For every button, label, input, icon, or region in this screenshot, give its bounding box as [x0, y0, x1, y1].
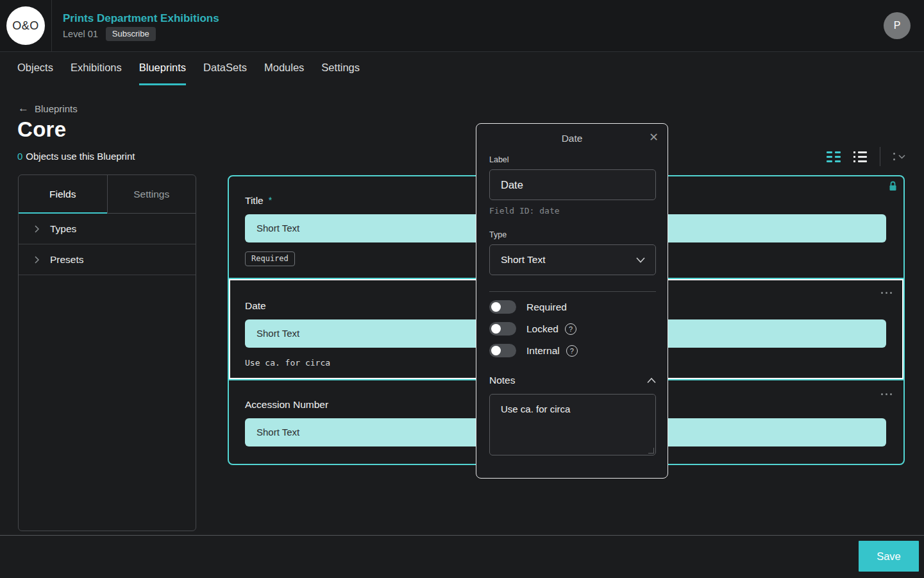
close-icon[interactable]: ✕	[649, 130, 659, 144]
subscribe-button[interactable]: Subscribe	[106, 27, 156, 41]
toggle-label: Required	[526, 302, 567, 313]
modal-divider	[489, 291, 656, 292]
nav-item-objects[interactable]: Objects	[17, 52, 53, 85]
sidebar-item-label: Types	[50, 223, 76, 235]
header-divider	[51, 0, 52, 51]
modal-title: Date	[476, 133, 668, 144]
sidebar-item-presets[interactable]: Presets	[19, 244, 196, 275]
field-id-text: Field ID: date	[489, 206, 656, 216]
chevron-down-icon	[898, 155, 905, 159]
more-options-icon[interactable]	[893, 153, 905, 160]
back-arrow-icon: ←	[18, 102, 29, 115]
type-select[interactable]: Short Text	[489, 244, 656, 275]
notes-label: Notes	[489, 375, 516, 386]
view-controls-divider	[880, 147, 880, 166]
required-toggle[interactable]	[489, 300, 516, 314]
nav-item-exhibitions[interactable]: Exhibitions	[71, 52, 122, 85]
help-icon[interactable]: ?	[566, 345, 578, 357]
toggle-label: Locked	[526, 323, 559, 335]
tab-settings[interactable]: Settings	[107, 175, 196, 213]
label-field-label: Label	[489, 155, 656, 164]
chevron-right-icon	[35, 225, 39, 233]
type-select-value: Short Text	[501, 254, 546, 265]
sidebar-tabs: Fields Settings	[19, 175, 196, 214]
app-header: O&O Prints Department Exhibitions Level …	[0, 0, 924, 52]
internal-toggle-row: Internal ?	[489, 344, 656, 357]
field-menu-icon[interactable]	[881, 292, 892, 294]
notes-textarea[interactable]: Use ca. for circa	[489, 394, 656, 455]
sidebar-item-label: Presets	[50, 254, 84, 266]
chevron-down-icon	[636, 257, 645, 263]
modal-body: Label Date Field ID: date Type Short Tex…	[489, 155, 656, 455]
list-view-icon[interactable]	[853, 151, 867, 162]
breadcrumb-label: Blueprints	[35, 103, 78, 114]
tab-fields[interactable]: Fields	[19, 175, 107, 213]
nav-item-datasets[interactable]: DataSets	[203, 52, 247, 85]
workspace-level: Level 01	[63, 29, 98, 39]
required-toggle-row: Required	[489, 300, 656, 314]
locked-toggle[interactable]	[489, 322, 516, 336]
nav-item-modules[interactable]: Modules	[264, 52, 304, 85]
usage-line: 0Objects use this Blueprint	[17, 151, 135, 162]
sidebar-item-types[interactable]: Types	[19, 214, 196, 244]
user-avatar[interactable]: P	[884, 12, 911, 39]
chevron-up-icon	[647, 378, 656, 384]
app-window: O&O Prints Department Exhibitions Level …	[0, 0, 924, 578]
locked-toggle-row: Locked ?	[489, 322, 656, 336]
nav-item-settings[interactable]: Settings	[321, 52, 360, 85]
usage-label: Objects use this Blueprint	[26, 151, 135, 162]
usage-count: 0	[17, 151, 22, 162]
required-badge: Required	[245, 251, 295, 266]
card-view-icon[interactable]	[827, 151, 841, 162]
field-menu-icon[interactable]	[881, 393, 892, 395]
workspace-title: Prints Department Exhibitions	[63, 12, 219, 25]
notes-text: Use ca. for circa	[501, 404, 570, 414]
type-field-label: Type	[489, 230, 656, 239]
resize-handle[interactable]	[648, 448, 654, 454]
primary-nav: Objects Exhibitions Blueprints DataSets …	[17, 52, 360, 85]
nav-item-blueprints[interactable]: Blueprints	[139, 52, 186, 85]
internal-toggle[interactable]	[489, 344, 516, 357]
page-title: Core	[17, 117, 66, 142]
save-button[interactable]: Save	[859, 541, 919, 572]
toggle-label: Internal	[526, 345, 560, 357]
view-controls	[827, 147, 905, 166]
workspace-subrow: Level 01 Subscribe	[63, 27, 156, 41]
chevron-right-icon	[35, 256, 39, 264]
help-icon[interactable]: ?	[565, 323, 576, 335]
footer-divider	[0, 535, 924, 536]
label-input[interactable]: Date	[489, 169, 656, 200]
required-marker: *	[269, 195, 272, 207]
breadcrumb[interactable]: ← Blueprints	[18, 102, 78, 115]
org-logo[interactable]: O&O	[6, 6, 45, 45]
notes-section-header[interactable]: Notes	[489, 375, 656, 386]
field-edit-modal: Date ✕ Label Date Field ID: date Type Sh…	[476, 123, 668, 479]
fields-sidebar-panel: Fields Settings Types Presets	[18, 174, 196, 531]
